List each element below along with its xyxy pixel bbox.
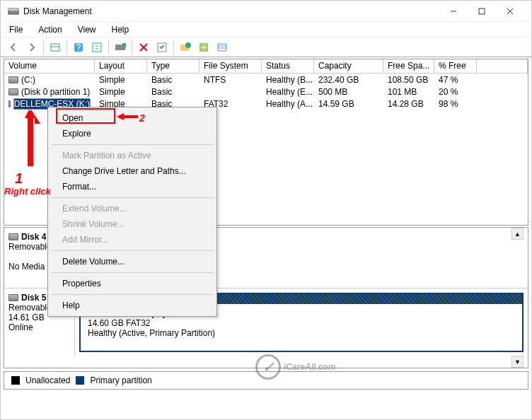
volume-icon (8, 100, 11, 107)
menu-file[interactable]: File (6, 23, 25, 36)
help-button[interactable]: ? (70, 40, 87, 55)
ctx-mark: Mark Partition as Active (50, 148, 215, 163)
scroll-up-button[interactable]: ▲ (511, 228, 524, 240)
volume-icon (8, 76, 18, 83)
window-title: Disk Management (23, 6, 439, 16)
minimize-button[interactable] (439, 1, 468, 22)
svg-rect-14 (122, 43, 126, 47)
col-pfree[interactable]: % Free (434, 59, 477, 73)
app-icon (8, 6, 19, 17)
menu-help[interactable]: Help (109, 23, 132, 36)
col-status[interactable]: Status (262, 59, 314, 73)
svg-text:?: ? (76, 42, 81, 52)
delete-button[interactable] (135, 40, 152, 55)
ctx-extend: Extend Volume... (50, 201, 215, 216)
legend-unallocated: Unallocated (25, 375, 70, 385)
action-button[interactable] (195, 40, 212, 55)
table-header: Volume Layout Type File System Status Ca… (4, 59, 528, 74)
legend-unallocated-swatch (11, 376, 20, 385)
legend: Unallocated Primary partition (4, 371, 528, 390)
view-button[interactable] (47, 40, 64, 55)
ctx-shrink: Shrink Volume... (50, 216, 215, 232)
forward-button[interactable] (23, 40, 40, 55)
svg-rect-6 (51, 44, 59, 51)
context-menu: Open Explore Mark Partition as Active Ch… (47, 107, 217, 317)
col-volume[interactable]: Volume (4, 59, 95, 73)
menu-action[interactable]: Action (35, 23, 64, 36)
col-type[interactable]: Type (147, 59, 200, 73)
refresh-button[interactable] (88, 40, 105, 55)
annotation-label-1: 1 (15, 170, 23, 187)
svg-rect-3 (479, 8, 485, 14)
ctx-change[interactable]: Change Drive Letter and Paths... (50, 163, 215, 179)
svg-rect-10 (93, 43, 101, 52)
col-layout[interactable]: Layout (95, 59, 147, 73)
ctx-delete[interactable]: Delete Volume... (50, 254, 215, 269)
annotation-label-2: 2 (139, 112, 145, 124)
settings-button[interactable] (112, 40, 129, 55)
svg-rect-23 (218, 44, 226, 51)
disk-icon (8, 294, 18, 301)
disk-icon (8, 233, 18, 240)
col-spacer (477, 59, 528, 73)
table-row[interactable]: (C:) SimpleBasicNTFS Healthy (B...232.40… (4, 74, 528, 86)
col-fs[interactable]: File System (200, 59, 262, 73)
list-button[interactable] (214, 40, 231, 55)
properties-button[interactable] (154, 40, 170, 55)
ctx-mirror: Add Mirror... (50, 232, 215, 247)
ctx-format[interactable]: Format... (50, 179, 215, 194)
close-button[interactable] (496, 1, 524, 22)
maximize-button[interactable] (468, 1, 496, 22)
new-volume-button[interactable] (177, 40, 194, 55)
menubar: File Action View Help (1, 22, 531, 37)
ctx-help[interactable]: Help (50, 298, 215, 313)
legend-primary: Primary partition (90, 375, 151, 385)
ctx-open[interactable]: Open (50, 110, 215, 126)
titlebar: Disk Management (1, 1, 531, 22)
svg-rect-1 (8, 8, 18, 11)
col-capacity[interactable]: Capacity (314, 59, 383, 73)
ctx-properties[interactable]: Properties (50, 276, 215, 291)
menu-view[interactable]: View (75, 23, 99, 36)
col-free[interactable]: Free Spa... (383, 59, 434, 73)
table-row[interactable]: (Disk 0 partition 1) SimpleBasic Healthy… (4, 86, 528, 98)
toolbar: ? (1, 37, 531, 57)
annotation-rightclick: Right click (4, 186, 51, 197)
volume-icon (8, 88, 18, 95)
legend-primary-swatch (76, 376, 84, 385)
scroll-down-button[interactable]: ▼ (511, 356, 524, 368)
svg-point-19 (185, 42, 191, 48)
ctx-explore[interactable]: Explore (50, 126, 215, 141)
back-button[interactable] (5, 40, 22, 55)
